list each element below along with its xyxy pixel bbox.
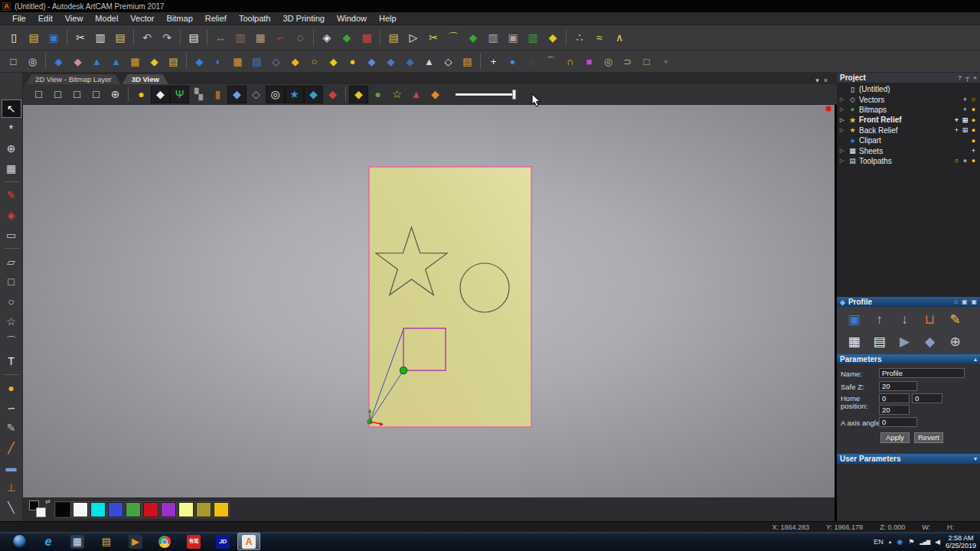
profile-up-icon[interactable]: ↑ bbox=[867, 308, 892, 330]
show-block-icon[interactable]: ◆ bbox=[227, 86, 247, 103]
clone-view-icon[interactable]: ◎ bbox=[266, 86, 285, 103]
wrap-vectors-icon[interactable]: ▥ bbox=[483, 28, 503, 47]
nest-vectors-icon[interactable]: ∴ bbox=[570, 28, 590, 47]
set-model-size-icon[interactable]: ↔ bbox=[211, 28, 230, 47]
add-relief-icon[interactable]: ◆ bbox=[190, 53, 209, 70]
draw-tool-icon[interactable]: ✎ bbox=[2, 187, 21, 204]
flood-fill-icon[interactable]: ◈ bbox=[2, 207, 21, 223]
tree-item-vectors[interactable]: ▷ ◇ Vectors + ○ bbox=[837, 94, 980, 104]
delete-profile-icon[interactable]: ⊔ bbox=[917, 308, 942, 330]
expander-icon[interactable]: ▷ bbox=[840, 158, 848, 164]
scatter-vectors-icon[interactable]: ≈ bbox=[590, 28, 609, 47]
project-close-button[interactable]: × bbox=[973, 74, 977, 81]
tree-item-bitmaps[interactable]: ▷ ● Bitmaps + ● bbox=[837, 105, 980, 115]
revert-button[interactable]: Revert bbox=[914, 432, 943, 443]
mirror-relief-icon[interactable]: ▲ bbox=[420, 53, 439, 70]
view-down-z-icon[interactable]: □ bbox=[29, 86, 48, 103]
tree-action-icon[interactable]: + bbox=[961, 96, 969, 103]
create-text-icon[interactable]: T bbox=[2, 353, 21, 370]
channel-icon[interactable]: ⊃ bbox=[618, 53, 637, 70]
taskbar-explorer[interactable]: ▤ bbox=[92, 533, 121, 550]
vector-select-icon[interactable]: ▷ bbox=[403, 28, 423, 47]
create-rectangle-icon[interactable]: □ bbox=[2, 273, 21, 290]
project-help-button[interactable]: ? bbox=[958, 74, 961, 81]
view-iso-1-icon[interactable]: □ bbox=[48, 86, 67, 103]
paste-selection-icon[interactable]: ■ bbox=[580, 53, 599, 70]
parameters-header[interactable]: Parameters ▴ bbox=[837, 354, 980, 364]
3d-view-canvas[interactable] bbox=[23, 105, 835, 497]
notes-icon[interactable]: ▤ bbox=[184, 28, 204, 47]
desk-lamp-icon[interactable]: ⌐ bbox=[270, 28, 290, 47]
import-vectors-icon[interactable]: ▤ bbox=[384, 28, 403, 47]
taskbar-youdao[interactable]: 有道 bbox=[179, 533, 208, 550]
apply-button[interactable]: Apply bbox=[880, 432, 910, 443]
subtract-relief-icon[interactable]: ◐ bbox=[209, 53, 228, 70]
create-star-icon[interactable]: ☆ bbox=[2, 313, 21, 330]
clipart-shape-icon[interactable]: ● bbox=[503, 53, 522, 70]
paint-tool-icon[interactable]: ● bbox=[2, 380, 21, 396]
save-profile-icon[interactable]: ▣ bbox=[841, 308, 867, 330]
tree-item-back-relief[interactable]: ▷ ★ Back Relief + ⊞ ● bbox=[837, 126, 980, 135]
primary-secondary-colour-swatch[interactable]: ⇄ bbox=[29, 500, 49, 519]
tab-2d-view[interactable]: 2D View - Bitmap Layer bbox=[26, 74, 121, 84]
undo-icon[interactable]: ↶ bbox=[137, 28, 157, 47]
taskbar-chrome[interactable] bbox=[150, 533, 179, 550]
edit-profile-icon[interactable]: ✎ bbox=[942, 308, 968, 330]
open-file-icon[interactable]: ▤ bbox=[24, 28, 44, 47]
menu-vector[interactable]: Vector bbox=[124, 13, 160, 24]
security-shield-icon[interactable]: ◉ bbox=[897, 538, 903, 546]
zero-above-icon[interactable]: ◆ bbox=[286, 53, 305, 70]
menu-bitmap[interactable]: Bitmap bbox=[161, 13, 199, 24]
show-material-icon[interactable]: ◆ bbox=[349, 86, 368, 103]
menu-model[interactable]: Model bbox=[89, 13, 124, 24]
nudge-tool-icon[interactable]: + bbox=[656, 53, 675, 70]
chisel-tool-icon[interactable]: ╱ bbox=[2, 439, 21, 456]
texture-flow-icon[interactable]: ◌ bbox=[522, 53, 541, 70]
zero-below-icon[interactable]: ○ bbox=[305, 53, 324, 70]
menu-toolpath[interactable]: Toolpath bbox=[233, 13, 277, 24]
create-circle-icon[interactable]: ○ bbox=[2, 293, 21, 310]
smooth-relief-icon[interactable]: ◆ bbox=[68, 53, 87, 70]
tree-action-icon[interactable]: ● bbox=[969, 116, 978, 124]
rotary-axis-icon[interactable]: ▮ bbox=[208, 86, 227, 103]
draft-quality-icon[interactable]: ▲ bbox=[407, 86, 426, 103]
paste-icon[interactable]: ▤ bbox=[110, 28, 130, 47]
expand-chevron-icon[interactable]: ▾ bbox=[974, 455, 977, 462]
tree-action-icon[interactable]: ⊞ bbox=[961, 116, 969, 124]
fit-curve-icon[interactable]: ∧ bbox=[609, 28, 629, 47]
safez-input[interactable] bbox=[879, 381, 917, 391]
weave-vectors-icon[interactable]: ▣ bbox=[503, 28, 523, 47]
tree-item-toolpaths[interactable]: ▷ ▤ Toolpaths ○ ● ● bbox=[837, 156, 980, 166]
tab-3d-view[interactable]: 3D View bbox=[122, 74, 168, 84]
flatten-relief-icon[interactable]: ◆ bbox=[400, 53, 420, 70]
arch-clipart-icon[interactable]: ∩ bbox=[560, 53, 580, 70]
home-z-input[interactable] bbox=[879, 405, 910, 415]
show-vectors-icon[interactable]: ★ bbox=[285, 86, 304, 103]
tree-item-sheets[interactable]: ▷ ▦ Sheets + bbox=[837, 145, 980, 155]
smooth-tool-icon[interactable]: ◆ bbox=[324, 53, 343, 70]
taskbar-media-player[interactable]: ▶ bbox=[121, 533, 150, 550]
swatch-blue[interactable] bbox=[108, 502, 123, 517]
opacity-slider-handle[interactable] bbox=[512, 90, 516, 99]
transform-tool-icon[interactable]: ⊕ bbox=[2, 140, 21, 157]
simulate-profile-icon[interactable]: ⊕ bbox=[942, 331, 968, 352]
tree-item-untitled[interactable]: ▯ (Untitled) bbox=[837, 84, 980, 94]
start-point-node[interactable] bbox=[400, 367, 407, 374]
expander-icon[interactable]: ▷ bbox=[840, 148, 848, 154]
profile-minimize-button[interactable]: ▣ bbox=[962, 298, 968, 305]
tree-action-icon[interactable]: + bbox=[952, 126, 961, 134]
home-y-input[interactable] bbox=[912, 393, 942, 403]
merge-vectors-icon[interactable]: ◎ bbox=[599, 53, 618, 70]
view-iso-3-icon[interactable]: □ bbox=[87, 86, 106, 103]
shade-mode-icon[interactable]: ◆ bbox=[426, 86, 445, 103]
select-tool-icon[interactable]: ↖ bbox=[2, 100, 21, 117]
swatch-green[interactable] bbox=[126, 502, 141, 517]
profile-home-button[interactable]: ⌂ bbox=[954, 298, 958, 305]
name-input[interactable] bbox=[879, 368, 965, 378]
fold-relief-icon[interactable]: ◆ bbox=[381, 53, 400, 70]
network-icon[interactable]: ▂▄▆ bbox=[920, 539, 929, 545]
tree-action-icon[interactable]: ● bbox=[969, 126, 978, 134]
swatch-purple[interactable] bbox=[161, 502, 176, 517]
collapse-chevron-icon[interactable]: ▴ bbox=[974, 356, 977, 363]
swatch-gold[interactable] bbox=[214, 502, 229, 517]
